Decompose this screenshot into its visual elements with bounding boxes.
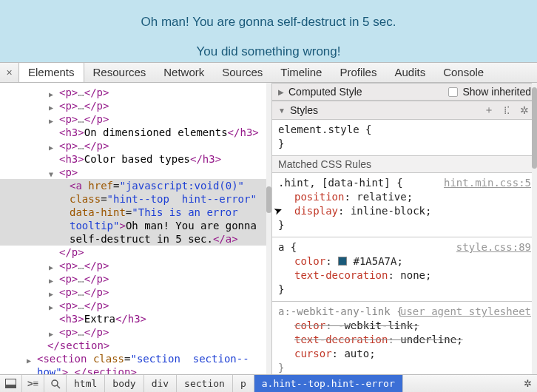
dom-node[interactable]: ▶<p>…</p> <box>0 299 271 312</box>
dom-node[interactable]: <h3>On dimensioned elements</h3> <box>0 126 271 139</box>
tab-timeline[interactable]: Timeline <box>271 63 331 82</box>
rule-close-brace: } <box>278 218 531 232</box>
disclosure-triangle-icon[interactable]: ▼ <box>278 107 286 115</box>
search-icon[interactable] <box>44 375 67 392</box>
dom-node[interactable]: <h3>Color based types</h3> <box>0 152 271 166</box>
tab-console[interactable]: Console <box>434 63 493 82</box>
devtools-tabstrip: × Elements Resources Network Sources Tim… <box>0 62 537 83</box>
css-declaration[interactable]: text-decoration: none; <box>278 268 531 283</box>
dom-node[interactable]: <h3>Extra</h3> <box>0 312 271 325</box>
page-banner: Oh man! You are gonna self-destruct in 5… <box>0 0 537 62</box>
rule-selector: element.style { <box>278 123 531 137</box>
svg-rect-1 <box>6 385 16 388</box>
banner-line-1: Oh man! You are gonna self-destruct in 5… <box>0 4 537 30</box>
rule-close-brace: } <box>278 361 531 374</box>
show-inherited-label: Show inherited <box>462 86 531 98</box>
dom-node[interactable]: ▶<p>…</p> <box>0 259 271 272</box>
svg-line-3 <box>57 385 60 388</box>
dom-node[interactable]: ▶<p>…</p> <box>0 112 271 126</box>
devtools-main: ▶<p>…</p>▶<p>…</p>▶<p>…</p><h3>On dimens… <box>0 83 537 374</box>
element-style-rule[interactable]: element.style { } <box>272 120 537 156</box>
css-declaration[interactable]: position: relative; <box>278 190 531 204</box>
tab-elements[interactable]: Elements <box>19 63 84 82</box>
breadcrumb[interactable]: html <box>67 375 105 392</box>
dom-node[interactable]: ▶<section class="section section--how">…… <box>0 352 271 374</box>
css-declaration[interactable]: color: #1A5A7A; <box>278 254 531 268</box>
styles-panel: ▶ Computed Style Show inherited ▼ Styles… <box>272 83 537 374</box>
dom-node-selected[interactable]: <a href="javascript:void(0)" class="hint… <box>0 179 271 246</box>
console-drawer-icon[interactable]: >≡ <box>22 375 44 392</box>
breadcrumb-selected[interactable]: a.hint--top.hint--error <box>254 375 403 392</box>
dom-node[interactable]: ▼<p> <box>0 166 271 179</box>
dock-icon[interactable] <box>0 375 22 392</box>
css-declaration[interactable]: cursor: auto; <box>278 347 531 361</box>
css-rule[interactable]: hint.min.css:5.hint, [data-hint] {positi… <box>272 173 537 237</box>
css-declaration[interactable]: color: -webkit-link; <box>278 319 531 333</box>
rule-source-link[interactable]: style.css:89 <box>456 240 531 254</box>
scrollbar[interactable] <box>266 83 271 374</box>
tab-audits[interactable]: Audits <box>385 63 434 82</box>
dom-node[interactable]: ▶<p>…</p> <box>0 325 271 339</box>
dom-node[interactable]: </p> <box>0 246 271 259</box>
css-declaration[interactable]: text-decoration: underline; <box>278 333 531 347</box>
css-rule[interactable]: user agent stylesheeta:-webkit-any-link … <box>272 302 537 374</box>
rule-source-link[interactable]: user agent stylesheet <box>400 305 531 319</box>
dom-node[interactable]: ▶<p>…</p> <box>0 285 271 299</box>
rule-close-brace: } <box>278 283 531 297</box>
tab-network[interactable]: Network <box>155 63 213 82</box>
matched-rules-header: Matched CSS Rules <box>272 156 537 173</box>
rule-source-link[interactable]: hint.min.css:5 <box>444 176 531 190</box>
styles-header[interactable]: ▼ Styles ＋ ⁞⁚ ✲ <box>272 101 537 120</box>
devtools-statusbar: >≡ html body div section p a.hint--top.h… <box>0 374 537 392</box>
breadcrumb[interactable]: body <box>105 375 143 392</box>
dom-node[interactable]: ▶<p>…</p> <box>0 86 271 99</box>
scrollbar[interactable] <box>532 83 537 374</box>
new-style-rule-icon[interactable]: ＋ <box>482 104 496 117</box>
gear-icon[interactable]: ✲ <box>518 104 531 116</box>
close-icon[interactable]: × <box>0 63 19 82</box>
disclosure-triangle-icon[interactable]: ▶ <box>278 88 284 96</box>
toggle-element-state-icon[interactable]: ⁞⁚ <box>500 104 513 116</box>
rule-close-brace: } <box>278 137 531 151</box>
elements-tree[interactable]: ▶<p>…</p>▶<p>…</p>▶<p>…</p><h3>On dimens… <box>0 83 272 374</box>
svg-point-2 <box>52 380 58 386</box>
dom-node[interactable]: </section> <box>0 339 271 352</box>
dom-node[interactable]: ▶<p>…</p> <box>0 139 271 152</box>
breadcrumb[interactable]: p <box>233 375 254 392</box>
settings-gear-icon[interactable]: ✲ <box>518 375 537 392</box>
css-rule[interactable]: style.css:89a {color: #1A5A7A;text-decor… <box>272 237 537 302</box>
css-declaration[interactable]: display: inline-block; <box>278 204 531 218</box>
breadcrumb[interactable]: section <box>177 375 233 392</box>
banner-line-2: You did something wrong! <box>0 30 537 59</box>
show-inherited-checkbox[interactable] <box>448 87 458 97</box>
dom-node[interactable]: ▶<p>…</p> <box>0 272 271 285</box>
computed-style-header[interactable]: ▶ Computed Style Show inherited <box>272 83 537 101</box>
styles-label: Styles <box>290 104 318 116</box>
breadcrumb[interactable]: div <box>144 375 177 392</box>
computed-style-label: Computed Style <box>288 86 362 98</box>
tab-profiles[interactable]: Profiles <box>331 63 385 82</box>
tab-resources[interactable]: Resources <box>84 63 155 82</box>
dom-node[interactable]: ▶<p>…</p> <box>0 99 271 112</box>
tab-sources[interactable]: Sources <box>213 63 271 82</box>
